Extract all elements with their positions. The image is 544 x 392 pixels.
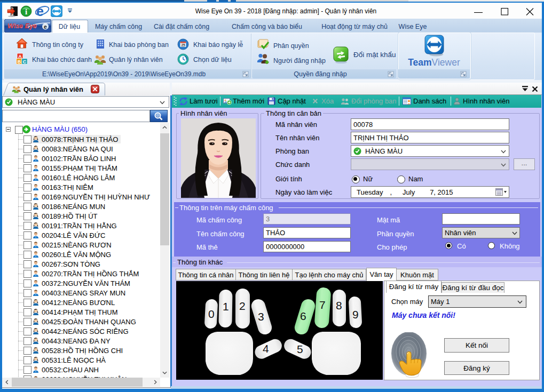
svg-text:C: C bbox=[23, 59, 27, 65]
svg-text:2: 2 bbox=[239, 300, 246, 312]
svg-text:9: 9 bbox=[352, 308, 359, 321]
svg-text:4: 4 bbox=[263, 342, 269, 355]
svg-text:e: e bbox=[44, 23, 47, 30]
svg-text:3: 3 bbox=[258, 310, 264, 323]
svg-text:i: i bbox=[25, 7, 27, 16]
svg-text:7: 7 bbox=[319, 299, 326, 311]
svg-text:5: 5 bbox=[297, 343, 303, 355]
svg-text:8: 8 bbox=[336, 299, 342, 311]
svg-text:25: 25 bbox=[181, 43, 185, 47]
svg-text:1: 1 bbox=[223, 300, 229, 313]
svg-text:B: B bbox=[18, 59, 21, 65]
svg-text:Wise Eye: Wise Eye bbox=[7, 22, 37, 30]
svg-text:6: 6 bbox=[300, 310, 306, 322]
svg-text:0: 0 bbox=[208, 308, 215, 320]
